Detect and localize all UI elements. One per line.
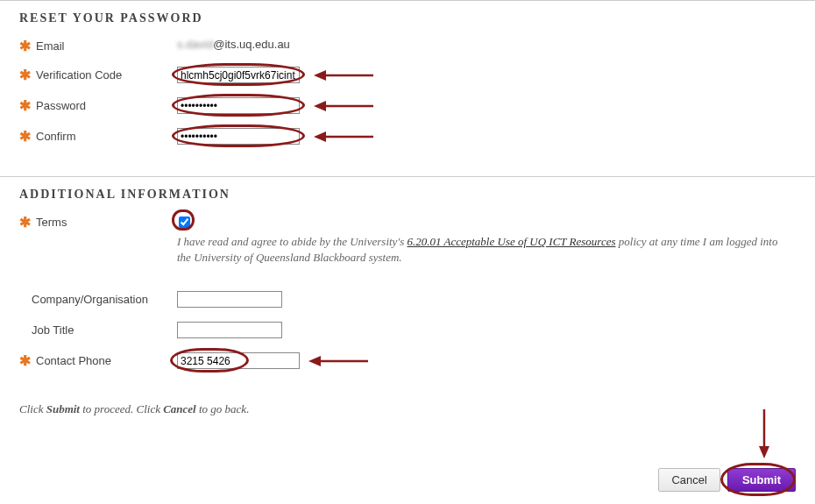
svg-marker-3 <box>314 101 326 111</box>
required-icon: ✱ <box>19 102 31 110</box>
svg-marker-9 <box>759 446 769 458</box>
company-input[interactable] <box>177 291 282 308</box>
annotation-arrow-icon <box>314 129 375 145</box>
submit-button[interactable]: Submit <box>727 468 796 492</box>
svg-marker-5 <box>314 131 326 142</box>
svg-marker-1 <box>314 70 326 81</box>
label-verification: Verification Code <box>36 68 122 82</box>
phone-input[interactable] <box>177 352 300 369</box>
required-icon: ✱ <box>19 42 31 51</box>
row-confirm: ✱ Confirm <box>0 121 815 152</box>
label-email: Email <box>36 39 65 53</box>
email-blurred: s.david <box>177 38 213 51</box>
row-password: ✱ Password <box>0 90 815 121</box>
section-title-additional: ADDITIONAL INFORMATION <box>0 177 815 207</box>
terms-pre: I have read and agree to abide by the Un… <box>177 235 407 248</box>
label-jobtitle: Job Title <box>32 323 74 337</box>
confirm-input[interactable] <box>177 128 300 145</box>
annotation-arrow-icon <box>314 67 375 83</box>
terms-policy-link[interactable]: 6.20.01 Acceptable Use of UQ ICT Resourc… <box>407 235 615 248</box>
label-password: Password <box>36 99 86 112</box>
jobtitle-input[interactable] <box>177 322 282 338</box>
required-icon: ✱ <box>19 218 31 227</box>
row-terms: ✱ Terms I have read and agree to abide b… <box>0 207 815 272</box>
svg-marker-7 <box>308 356 321 366</box>
terms-text: I have read and agree to abide by the Un… <box>177 231 790 265</box>
row-phone: ✱ Contact Phone <box>0 345 815 376</box>
required-icon: ✱ <box>19 357 31 366</box>
label-terms: Terms <box>36 216 67 229</box>
row-verification: ✱ Verification Code <box>0 60 815 90</box>
verification-input[interactable] <box>177 67 300 83</box>
cancel-button[interactable]: Cancel <box>658 468 719 492</box>
footer-hint: Click Submit to proceed. Click Cancel to… <box>0 376 815 423</box>
password-input[interactable] <box>177 97 300 114</box>
label-phone: Contact Phone <box>36 354 111 367</box>
row-email: ✱ Email s.david@its.uq.edu.au <box>0 31 815 60</box>
email-domain: @its.uq.edu.au <box>213 38 290 51</box>
required-icon: ✱ <box>19 132 31 141</box>
row-company: Company/Organisation <box>0 284 815 315</box>
terms-checkbox[interactable] <box>179 217 190 228</box>
row-jobtitle: Job Title <box>0 315 815 345</box>
annotation-arrow-icon <box>314 98 375 114</box>
annotation-arrow-icon <box>308 353 370 369</box>
label-company: Company/Organisation <box>32 293 148 306</box>
required-icon: ✱ <box>19 71 31 80</box>
button-bar: Cancel Submit <box>658 468 796 492</box>
section-title-reset: RESET YOUR PASSWORD <box>0 1 815 31</box>
label-confirm: Confirm <box>36 130 76 143</box>
